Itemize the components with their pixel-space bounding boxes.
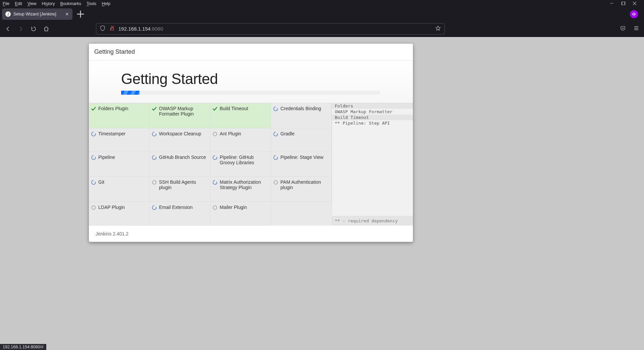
menu-bookmarks[interactable]: Bookmarks — [60, 1, 82, 6]
plugin-cell: Pipeline — [89, 152, 150, 177]
pocket-icon[interactable] — [620, 25, 626, 33]
install-log-pane: FoldersOWASP Markup FormatterBuild Timeo… — [332, 103, 413, 225]
dialog-header: Getting Started — [89, 44, 413, 60]
plugin-cell: SSH Build Agents plugin — [150, 177, 210, 202]
tab-title: Setup Wizard [Jenkins] — [13, 12, 56, 16]
plugin-name: Pipeline — [98, 155, 115, 160]
extension-badge-icon[interactable] — [630, 10, 638, 18]
pending-icon — [152, 180, 157, 185]
check-icon — [212, 106, 218, 112]
plugin-name: PAM Authentication plugin — [280, 179, 329, 190]
plugin-cell: GitHub Branch Source — [150, 152, 210, 177]
tab-close-icon[interactable]: ✕ — [65, 11, 69, 17]
browser-tab[interactable]: J Setup Wizard [Jenkins] ✕ — [2, 8, 72, 20]
url-text: 192.168.1.154:8080 — [118, 26, 163, 32]
plugin-name: Pipeline: Stage View — [280, 155, 323, 160]
plugin-name: Git — [98, 179, 104, 185]
plugin-cell: Pipeline: Stage View — [271, 152, 332, 177]
spinner-icon — [152, 155, 157, 160]
svg-point-15 — [92, 206, 96, 210]
menu-help[interactable]: Help — [102, 1, 110, 6]
check-icon — [152, 106, 157, 112]
menu-bar: File Edit View History Bookmarks Tools H… — [0, 0, 644, 7]
svg-point-13 — [153, 181, 156, 184]
plugin-name: OWASP Markup Formatter Plugin — [159, 106, 207, 117]
plugin-cell: Git — [89, 177, 150, 202]
pending-icon — [273, 180, 278, 185]
plugin-name: Folders Plugin — [98, 106, 128, 111]
setup-wizard-dialog: Getting Started Getting Started Folders … — [89, 44, 413, 242]
window-minimize-icon[interactable] — [610, 1, 614, 6]
plugin-cell: PAM Authentication plugin — [271, 177, 332, 202]
bookmark-star-icon[interactable] — [435, 25, 441, 32]
spinner-icon — [273, 155, 278, 160]
svg-point-12 — [213, 132, 217, 136]
plugin-name: Workspace Cleanup — [159, 131, 201, 136]
menu-tools[interactable]: Tools — [87, 1, 96, 6]
new-tab-button[interactable] — [76, 9, 85, 19]
install-progress-fill — [121, 91, 140, 95]
plugin-cell: OWASP Markup Formatter Plugin — [150, 103, 210, 128]
plugin-grid: Folders PluginOWASP Markup Formatter Plu… — [89, 103, 332, 225]
plugin-name: Mailer Plugin — [220, 205, 247, 210]
plugin-cell: Folders Plugin — [89, 103, 150, 128]
plugin-cell: Ant Plugin — [210, 128, 271, 152]
spinner-icon — [212, 180, 218, 185]
nav-back-button[interactable] — [5, 26, 11, 32]
page-title: Getting Started — [121, 71, 381, 87]
plugin-cell: LDAP Plugin — [89, 202, 150, 225]
plugin-name: Pipeline: GitHub Groovy Libraries — [220, 155, 268, 165]
insecure-lock-icon[interactable] — [109, 25, 115, 32]
plugin-cell: Timestamper — [89, 128, 150, 152]
menu-file[interactable]: File — [3, 1, 9, 6]
plugin-name: SSH Build Agents plugin — [159, 179, 207, 190]
spinner-icon — [152, 131, 157, 137]
plugin-name: Build Timeout — [220, 106, 248, 111]
nav-forward-button — [17, 26, 24, 32]
plugin-name: Ant Plugin — [220, 131, 241, 136]
plugin-name: Gradle — [280, 131, 294, 136]
log-line: OWASP Markup Formatter — [332, 109, 413, 115]
shield-icon[interactable] — [100, 25, 106, 32]
svg-point-16 — [213, 206, 217, 210]
check-icon — [91, 106, 96, 112]
jenkins-favicon-icon: J — [5, 11, 11, 17]
svg-point-14 — [274, 181, 278, 184]
plugin-cell: Credentials Binding — [271, 103, 332, 128]
spinner-icon — [91, 155, 96, 160]
spinner-icon — [91, 131, 96, 137]
spinner-icon — [273, 131, 278, 137]
log-line: Folders — [332, 103, 413, 109]
pending-icon — [91, 205, 96, 210]
plugin-name: Matrix Authorization Strategy Plugin — [220, 179, 268, 190]
address-bar[interactable]: 192.168.1.154:8080 — [96, 23, 445, 35]
pending-icon — [212, 131, 218, 137]
log-footnote: ** - required dependency — [332, 216, 413, 225]
hamburger-menu-icon[interactable] — [633, 25, 639, 33]
spinner-icon — [91, 180, 96, 185]
plugin-name: Credentials Binding — [280, 106, 321, 111]
plugin-name: Email Extension — [159, 205, 193, 210]
plugin-cell: Workspace Cleanup — [150, 128, 210, 152]
spinner-icon — [273, 106, 278, 112]
log-line: ** Pipeline: Step API — [332, 120, 413, 126]
plugin-name: LDAP Plugin — [98, 205, 125, 210]
spinner-icon — [152, 205, 157, 210]
plugin-cell: Build Timeout — [210, 103, 271, 128]
nav-reload-button[interactable] — [30, 26, 37, 32]
menu-edit[interactable]: Edit — [15, 1, 22, 6]
dialog-footer: Jenkins 2.401.2 — [89, 225, 413, 242]
plugin-cell: Pipeline: GitHub Groovy Libraries — [210, 152, 271, 177]
install-progress-bar — [121, 91, 380, 95]
spinner-icon — [212, 155, 218, 160]
plugin-name: GitHub Branch Source — [159, 155, 206, 160]
window-maximize-icon[interactable] — [621, 1, 625, 6]
pending-icon — [212, 205, 218, 210]
window-close-icon[interactable] — [633, 1, 637, 6]
plugin-cell — [271, 202, 332, 225]
menu-history[interactable]: History — [42, 1, 55, 6]
plugin-cell: Gradle — [271, 128, 332, 152]
nav-home-button[interactable] — [43, 26, 50, 32]
menu-view[interactable]: View — [28, 1, 37, 6]
plugin-cell: Matrix Authorization Strategy Plugin — [210, 177, 271, 202]
